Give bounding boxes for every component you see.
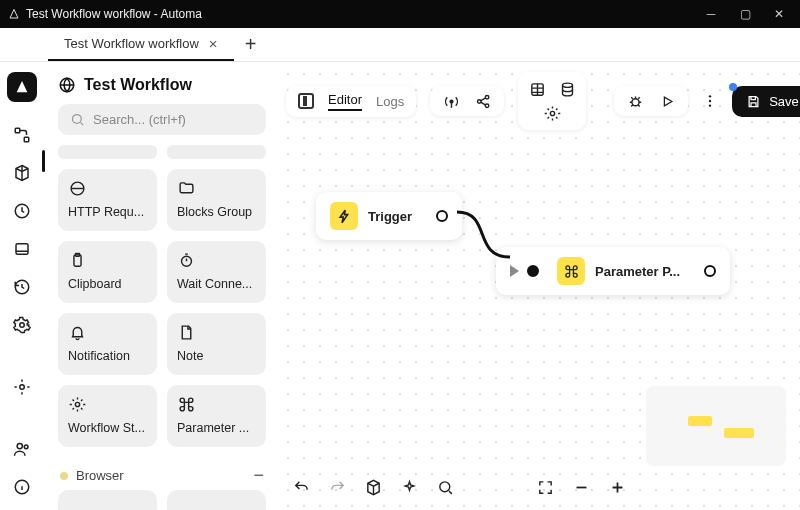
save-button[interactable]: Save [732,86,800,117]
block-note[interactable]: Note [167,313,266,375]
undo-icon[interactable] [292,478,310,496]
canvas[interactable]: Editor Logs [276,62,800,510]
block-placeholder[interactable] [58,490,157,510]
window-maximize-button[interactable]: ▢ [736,7,754,21]
block-parameter[interactable]: Parameter ... [167,385,266,447]
svg-point-7 [24,445,28,449]
table-icon[interactable] [528,80,546,98]
fullscreen-icon[interactable] [536,478,554,496]
play-icon[interactable] [658,92,676,110]
clipboard-icon [68,251,86,269]
svg-point-4 [20,323,25,328]
node-input-port[interactable] [527,265,539,277]
search-icon [70,112,85,127]
nav-packages-icon[interactable] [11,162,33,184]
tab-label: Test Workflow workflow [64,36,199,51]
save-icon [746,94,761,109]
data-cluster [518,72,586,130]
node-parameter[interactable]: Parameter P... [496,247,730,295]
search-input[interactable]: Search... (ctrl+f) [58,104,266,135]
svg-point-22 [550,111,554,115]
command-icon [557,257,585,285]
category-browser[interactable]: Browser − [58,461,266,490]
bell-icon [68,323,86,341]
svg-rect-3 [16,244,28,255]
category-collapse-icon[interactable]: − [253,465,264,486]
tab-workflow[interactable]: Test Workflow workflow × [48,28,234,61]
side-panel: Test Workflow Search... (ctrl+f) HTTP Re… [44,62,276,510]
nav-rail [0,62,44,510]
minimap[interactable] [646,386,786,466]
svg-point-6 [17,443,22,448]
globe-icon [58,76,76,94]
svg-point-27 [439,481,449,491]
share-icon[interactable] [474,92,492,110]
window-close-button[interactable]: ✕ [770,7,788,21]
node-output-port[interactable] [704,265,716,277]
app-tabs: Test Workflow workflow × + [0,28,800,62]
nav-active-indicator [42,150,45,172]
tab-add-button[interactable]: + [234,28,268,62]
block-notification[interactable]: Notification [58,313,157,375]
zoom-out-icon[interactable] [572,478,590,496]
zoom-in-icon[interactable] [608,478,626,496]
category-label: Browser [76,468,124,483]
canvas-toolbar: Editor Logs [286,72,790,130]
sidebar-toggle-icon[interactable] [298,93,314,109]
sparkle-icon[interactable] [400,478,418,496]
svg-point-16 [450,100,453,103]
tab-close-icon[interactable]: × [209,35,218,52]
redo-icon[interactable] [328,478,346,496]
node-label: Trigger [368,209,412,224]
canvas-bottom-toolbar [286,474,632,500]
antenna-icon[interactable] [442,92,460,110]
block-workflow-state[interactable]: Workflow St... [58,385,157,447]
app-logo[interactable] [7,72,37,102]
svg-point-24 [709,95,711,97]
tab-editor[interactable]: Editor [328,92,362,111]
nav-schedule-icon[interactable] [11,200,33,222]
svg-point-23 [632,98,639,105]
node-input-arrow [510,265,519,277]
bug-icon[interactable] [626,92,644,110]
zoom-search-icon[interactable] [436,478,454,496]
box-icon[interactable] [364,478,382,496]
nav-locate-icon[interactable] [11,376,33,398]
app-logo-small-icon [8,8,20,20]
workflow-title: Test Workflow [84,76,192,94]
nav-settings-icon[interactable] [11,314,33,336]
unsaved-indicator [729,83,737,91]
folder-icon [177,179,195,197]
blocks-list[interactable]: HTTP Requ... Blocks Group Clipboard Wait… [58,145,266,510]
svg-point-15 [75,402,79,406]
settings-icon[interactable] [543,104,561,122]
nav-history-icon[interactable] [11,276,33,298]
database-icon[interactable] [558,80,576,98]
note-icon [177,323,195,341]
workflow-title-row: Test Workflow [58,76,266,94]
block-blocks-group[interactable]: Blocks Group [167,169,266,231]
svg-point-10 [73,115,82,124]
command-icon [177,395,195,413]
nav-workflows-icon[interactable] [11,124,33,146]
more-icon[interactable] [702,92,718,110]
window-minimize-button[interactable]: ─ [702,7,720,21]
search-placeholder: Search... (ctrl+f) [93,112,186,127]
nav-info-icon[interactable] [11,476,33,498]
block-clipboard[interactable]: Clipboard [58,241,157,303]
gear-icon [68,395,86,413]
nav-team-icon[interactable] [11,438,33,460]
node-trigger[interactable]: Trigger [316,192,462,240]
block-wait-connection[interactable]: Wait Conne... [167,241,266,303]
svg-point-5 [20,385,25,390]
block-placeholder[interactable] [167,490,266,510]
category-color-dot [60,472,68,480]
svg-point-21 [562,83,572,87]
nav-storage-icon[interactable] [11,238,33,260]
view-switch-cluster: Editor Logs [286,86,416,117]
block-http-request[interactable]: HTTP Requ... [58,169,157,231]
tab-logs[interactable]: Logs [376,94,404,109]
svg-point-25 [709,100,711,102]
svg-rect-0 [15,128,20,133]
node-output-port[interactable] [436,210,448,222]
